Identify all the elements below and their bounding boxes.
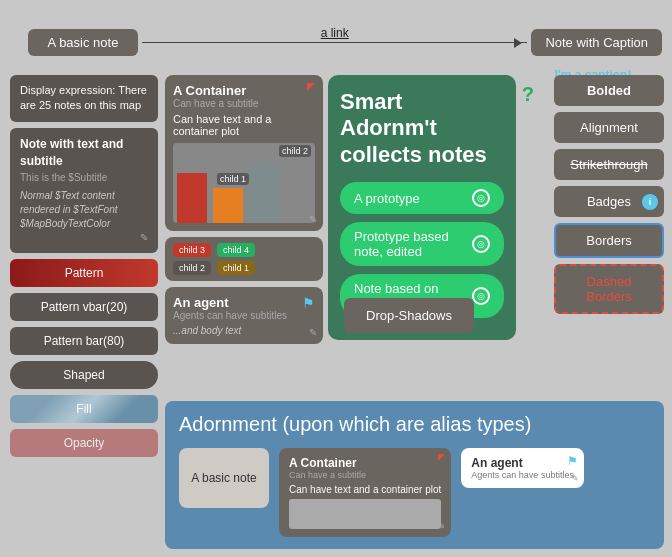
basic-note-button[interactable]: A basic note: [28, 29, 138, 56]
note-text-subtitle-box: Note with text and subtitle This is the …: [10, 128, 158, 254]
top-arrow-row: A basic note a link Note with Caption: [28, 22, 662, 62]
adorn-container-title: A Container: [289, 456, 441, 470]
badges-label: Badges: [587, 194, 631, 209]
adorn-container-subtitle: Can have a subtitle: [289, 470, 441, 480]
adorn-container-plot: [289, 499, 441, 529]
smart-title: Smart Adornm't collects notes: [340, 89, 504, 168]
adorn-red-flag-icon: [438, 454, 445, 461]
alignment-button[interactable]: Alignment: [554, 112, 664, 143]
container-note: A Container Can have a subtitle Can have…: [165, 75, 323, 231]
container-edit-icon: ✎: [309, 214, 317, 225]
strikethrough-button[interactable]: Strikethrough: [554, 149, 664, 180]
note-text-body: Normal $Text content rendered in $TextFo…: [20, 189, 148, 231]
container-body: Can have text and a container plot: [173, 113, 315, 137]
note-text-title: Note with text and subtitle: [20, 136, 148, 170]
adorn-agent-title: An agent: [471, 456, 574, 470]
arrow-label: a link: [321, 26, 349, 40]
container-title: A Container: [173, 83, 315, 98]
note-with-caption-box: Note with Caption: [531, 29, 662, 56]
edit-icon: ✎: [140, 231, 148, 245]
adorn-agent-edit-icon: ✎: [571, 473, 579, 483]
agent-children-area: child 3 child 4 child 2 child 1: [165, 237, 323, 281]
center-panel: A Container Can have a subtitle Can have…: [165, 75, 323, 344]
agent-title: An agent: [173, 295, 315, 310]
smart-item-prototype-edited[interactable]: Prototype based note, edited ◎: [340, 222, 504, 266]
adorn-container-body: Can have text and a container plot: [289, 484, 441, 495]
child4-chip: child 4: [217, 243, 255, 257]
adornment-items: A basic note A Container Can have a subt…: [179, 448, 650, 537]
badge-info-icon: i: [642, 194, 658, 210]
container-plot: child 2 child 1: [173, 143, 315, 223]
target-icon-1: ◎: [472, 189, 490, 207]
child2-label: child 2: [279, 145, 311, 157]
children-chips-row2: child 2 child 1: [173, 261, 315, 275]
display-expr-label: Display expression:: [20, 84, 115, 96]
container-subtitle: Can have a subtitle: [173, 98, 315, 109]
opacity-button[interactable]: Opacity: [10, 429, 158, 457]
agent-subtitle: Agents can have subtitles: [173, 310, 315, 321]
borders-button[interactable]: Borders: [554, 223, 664, 258]
adorn-agent-subtitle: Agents can have subtitles: [471, 470, 574, 480]
agent-edit-icon: ✎: [309, 327, 317, 338]
note-text-subtitle: This is the $Subtitle: [20, 171, 148, 185]
plot-bar-red: [177, 173, 207, 223]
agent-body: ...and body text: [173, 325, 315, 336]
child2-chip: child 2: [173, 261, 211, 275]
target-icon-2: ◎: [472, 235, 490, 253]
smart-item-prototype[interactable]: A prototype ◎: [340, 182, 504, 214]
agent-note: ⚑ An agent Agents can have subtitles ...…: [165, 287, 323, 344]
agent-flag-icon: ⚑: [302, 295, 315, 311]
right-panel: Bolded Alignment Strikethrough Badges i …: [554, 75, 664, 314]
adorn-agent-note: ⚑ An agent Agents can have subtitles ✎: [461, 448, 584, 488]
strikethrough-label: Strikethrough: [570, 157, 647, 172]
adorn-container-edit-icon: ✎: [437, 520, 445, 531]
note-with-caption-label: Note with Caption: [545, 35, 648, 50]
adorn-basic-note: A basic note: [179, 448, 269, 508]
pattern-vbar-button[interactable]: Pattern vbar(20): [10, 293, 158, 321]
target-icon-3: ◎: [472, 287, 490, 305]
adorn-container-note: A Container Can have a subtitle Can have…: [279, 448, 451, 537]
arrow-line: a link: [142, 42, 527, 43]
child3-chip: child 3: [173, 243, 211, 257]
badges-button[interactable]: Badges i: [554, 186, 664, 217]
smart-item1-label: A prototype: [354, 191, 420, 206]
pattern-bar-button[interactable]: Pattern bar(80): [10, 327, 158, 355]
red-flag-icon: [307, 83, 315, 91]
dashed-borders-button[interactable]: Dashed Borders: [554, 264, 664, 314]
fill-button[interactable]: Fill: [10, 395, 158, 423]
children-chips-row: child 3 child 4: [173, 243, 315, 257]
left-panel: Display expression: There are 25 notes o…: [10, 75, 158, 457]
adornment-title: Adornment (upon which are alias types): [179, 413, 650, 436]
display-expr-box: Display expression: There are 25 notes o…: [10, 75, 158, 122]
plot-bar-orange: [213, 188, 243, 223]
smart-item2-label: Prototype based note, edited: [354, 229, 472, 259]
adorn-basic-label: A basic note: [191, 471, 256, 485]
pattern-button[interactable]: Pattern: [10, 259, 158, 287]
adorn-agent-flag-icon: ⚑: [567, 454, 578, 468]
plot-bar-gray: [249, 163, 279, 223]
drop-shadows-button[interactable]: Drop-Shadows: [344, 298, 474, 333]
child1-chip: child 1: [217, 261, 255, 275]
shaped-button[interactable]: Shaped: [10, 361, 158, 389]
adornment-panel: Adornment (upon which are alias types) A…: [165, 401, 664, 549]
bolded-button[interactable]: Bolded: [554, 75, 664, 106]
child1-label: child 1: [217, 173, 249, 185]
question-mark-icon: ?: [522, 83, 534, 106]
